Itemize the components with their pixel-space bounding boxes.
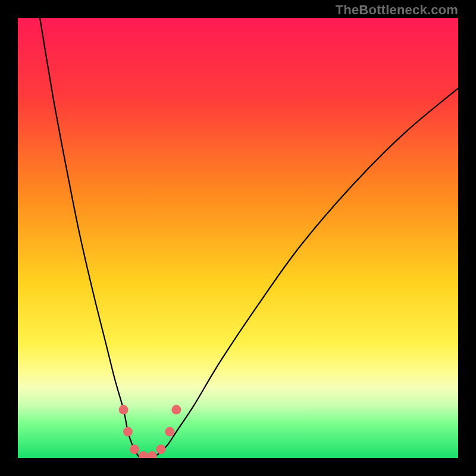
- highlight-dot: [119, 405, 129, 415]
- highlight-dot: [130, 444, 139, 454]
- gradient-background: [18, 18, 458, 458]
- highlight-dot: [123, 427, 133, 437]
- bottleneck-chart: [18, 18, 458, 458]
- highlight-dot: [171, 405, 181, 415]
- highlight-dot: [156, 444, 166, 454]
- watermark-label: TheBottleneck.com: [336, 2, 458, 18]
- outer-frame: TheBottleneck.com: [0, 0, 476, 476]
- highlight-dot: [165, 427, 174, 437]
- plot-area: [18, 18, 458, 458]
